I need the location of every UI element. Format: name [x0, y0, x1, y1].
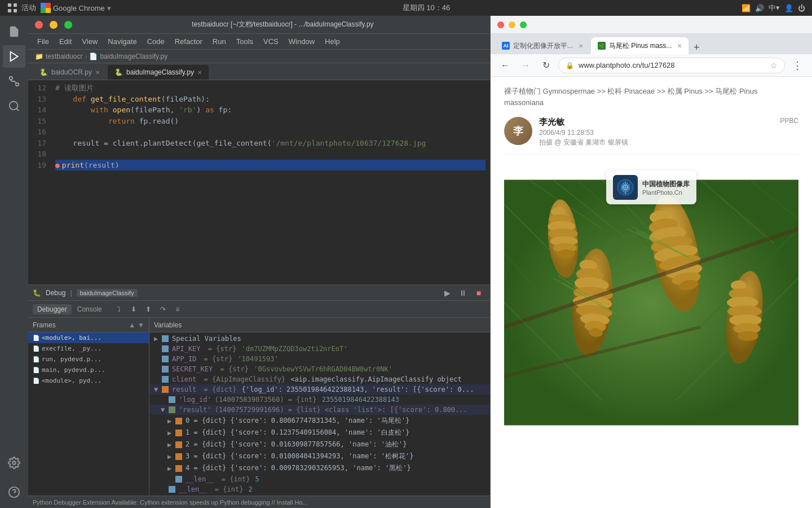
step-over-btn[interactable]: ⤵ — [112, 303, 126, 316]
power-icon: ⏻ — [798, 4, 805, 12]
new-tab-btn[interactable]: + — [690, 41, 703, 54]
menu-tools[interactable]: Tools — [232, 36, 258, 47]
tab-close-classify[interactable]: ✕ — [197, 69, 202, 76]
activities-label[interactable]: 活动 — [21, 3, 36, 13]
frame-item-3[interactable]: 📄 main, pydevd.p... — [28, 365, 149, 375]
browser-tab-plant[interactable]: 🌿 马尾松 Pinus mass... ✕ — [591, 37, 689, 54]
var-len-inner[interactable]: __len__ = {int} 5 — [149, 474, 490, 484]
browser-close-btn[interactable] — [497, 21, 504, 28]
chrome-app-label[interactable]: Google Chrome ▾ — [41, 3, 111, 13]
back-btn[interactable]: ← — [497, 58, 513, 73]
activity-item-help[interactable] — [3, 481, 25, 503]
forward-btn[interactable]: → — [518, 58, 533, 73]
frames-down-btn[interactable]: ▼ — [138, 321, 144, 329]
activity-item-debug[interactable] — [3, 45, 25, 68]
svg-rect-66 — [8, 9, 11, 12]
browser-tab-close-ai[interactable]: ✕ — [579, 43, 583, 49]
activity-item-git[interactable] — [3, 70, 25, 93]
user-avatar: 李 — [504, 117, 532, 145]
var-special[interactable]: ▶ Special Variables — [149, 334, 490, 344]
menu-code[interactable]: Code — [143, 36, 169, 47]
menu-refactor[interactable]: Refactor — [170, 36, 207, 47]
menu-edit[interactable]: Edit — [55, 36, 76, 47]
evaluate-btn[interactable]: ≡ — [171, 303, 184, 316]
browser-tab-ai[interactable]: AI 定制化图像开放平... ✕ — [495, 37, 590, 54]
var-result-2[interactable]: ▶ 2 = {dict} {'score': 0.016309877857566… — [149, 439, 490, 450]
code-content[interactable]: # 读取图片 def get_file_content(filePath): w… — [51, 80, 490, 284]
frames-panel: Frames ▲ ▼ 📄 <module>, bai... 📄 — [28, 318, 149, 496]
code-line-15: return fp.read() — [55, 116, 486, 127]
tab-bar: 🐍 baiduOCR.py ✕ 🐍 baiduImageClassify.py … — [28, 63, 490, 80]
var-api-key[interactable]: API_KEY = {str} 'dm7UZMMpZZQD3ow2ti2nrEo… — [149, 344, 490, 354]
var-client[interactable]: client = {AipImageClassify} <aip.imagecl… — [149, 374, 490, 384]
resume-btn[interactable]: ▶ — [440, 286, 454, 300]
var-result[interactable]: ▼ result = {dict} {'log_id': 23550198464… — [149, 384, 490, 395]
svg-rect-65 — [14, 3, 17, 7]
activity-item-search[interactable] — [3, 95, 25, 117]
browser-navbar: ← → ↻ 🔒 www.plantphoto.cn/tu/127628 ☆ ⋮ — [491, 54, 812, 77]
browser-topbar — [491, 16, 812, 34]
user-icon: 👤 — [784, 4, 793, 12]
bookmark-icon[interactable]: ☆ — [770, 61, 778, 70]
browser-max-btn[interactable] — [520, 21, 527, 28]
browser-tab-close-plant[interactable]: ✕ — [677, 43, 682, 49]
frame-item-1[interactable]: 📄 execfile, _py... — [28, 343, 149, 354]
watermark: 中国植物图像库 PlantPhoto.Cn — [606, 170, 696, 204]
win-close-btn[interactable] — [35, 21, 43, 29]
frame-item-4[interactable]: 📄 <module>, pyd... — [28, 375, 149, 386]
menu-run[interactable]: Run — [208, 36, 231, 47]
var-result-3[interactable]: ▶ 3 = {dict} {'score': 0.010084041394293… — [149, 450, 490, 462]
variables-header: Variables — [149, 318, 490, 332]
var-result-list[interactable]: ▼ 'result' (140075729991696) = {list} <c… — [149, 405, 490, 415]
status-text: Python Debugger Extension Available: Cyt… — [33, 499, 308, 506]
code-editor[interactable]: 12 13 14 15 16 17 18 19 # 读取图片 def get_f… — [28, 80, 490, 284]
var-result-0[interactable]: ▶ 0 = {dict} {'score': 0.80067747831345,… — [149, 415, 490, 427]
menu-vcs[interactable]: VCS — [259, 36, 283, 47]
browser-menu-btn[interactable]: ⋮ — [789, 58, 805, 73]
svg-point-1 — [16, 83, 19, 86]
user-date: 2006/4/9 11:28:53 — [539, 129, 773, 137]
debug-tab-console[interactable]: Console — [73, 304, 107, 314]
breadcrumb-root[interactable]: testbaiduocr — [46, 52, 82, 60]
menu-help[interactable]: Help — [320, 36, 345, 47]
frame-item-2[interactable]: 📄 run, pydevd.p... — [28, 354, 149, 365]
activity-item-settings[interactable] — [3, 452, 25, 474]
svg-marker-0 — [11, 52, 18, 62]
var-app-id[interactable]: APP_ID = {str} '10491593' — [149, 354, 490, 364]
debug-header: 🐛 Debug | baiduImageClassify ▶ ⏸ ■ — [28, 285, 490, 301]
menu-view[interactable]: View — [77, 36, 102, 47]
var-result-4[interactable]: ▶ 4 = {dict} {'score': 0.009783290326595… — [149, 462, 490, 474]
step-into-btn[interactable]: ⬇ — [127, 303, 140, 316]
plant-breadcrumb: 裸子植物门 Gymnospermae >> 松科 Pinaceae >> 松属 … — [504, 86, 798, 108]
svg-point-55 — [738, 331, 758, 340]
variables-panel: Variables ▶ Special Variables — [149, 318, 490, 496]
address-bar[interactable]: 🔒 www.plantphoto.cn/tu/127628 ☆ — [558, 58, 785, 73]
debug-tab-debugger[interactable]: Debugger — [33, 304, 72, 314]
menu-window[interactable]: Window — [284, 36, 319, 47]
activity-item-files[interactable] — [3, 20, 25, 43]
breadcrumb-file[interactable]: baiduImageClassify.py — [100, 52, 167, 60]
var-result-1[interactable]: ▶ 1 = {dict} {'score': 0.12375409156084,… — [149, 427, 490, 439]
tab-baiduimageclassify[interactable]: 🐍 baiduImageClassify.py ✕ — [108, 65, 209, 80]
tab-baiduocr[interactable]: 🐍 baiduOCR.py ✕ — [33, 65, 107, 80]
var-len-outer[interactable]: __len__ = {int} 2 — [149, 484, 490, 494]
menu-navigate[interactable]: Navigate — [103, 36, 141, 47]
tab-close-baiduocr[interactable]: ✕ — [95, 69, 100, 76]
address-text: www.plantphoto.cn/tu/127628 — [579, 61, 766, 69]
pause-btn[interactable]: ⏸ — [456, 286, 470, 300]
var-secret-key[interactable]: SECRET_KEY = {str} '0GsvovbewYSVwTr6hRGA… — [149, 364, 490, 374]
win-min-btn[interactable] — [50, 21, 58, 29]
frames-up-btn[interactable]: ▲ — [129, 321, 135, 329]
input-method[interactable]: 中▾ — [769, 3, 780, 13]
var-log-id[interactable]: 'log_id' (140075839073560) = {int} 23550… — [149, 395, 490, 405]
step-out-btn[interactable]: ⬆ — [142, 303, 155, 316]
menu-file[interactable]: File — [33, 36, 54, 47]
run-to-cursor-btn[interactable]: ↷ — [156, 303, 170, 316]
reload-btn[interactable]: ↻ — [538, 58, 554, 73]
browser-min-btn[interactable] — [509, 21, 515, 28]
code-line-12: # 读取图片 — [55, 82, 486, 94]
stop-btn[interactable]: ■ — [472, 286, 486, 300]
browser-window: AI 定制化图像开放平... ✕ 🌿 马尾松 Pinus mass... ✕ +… — [491, 16, 812, 508]
frame-item-0[interactable]: 📄 <module>, bai... — [28, 332, 149, 343]
win-max-btn[interactable] — [64, 21, 72, 29]
